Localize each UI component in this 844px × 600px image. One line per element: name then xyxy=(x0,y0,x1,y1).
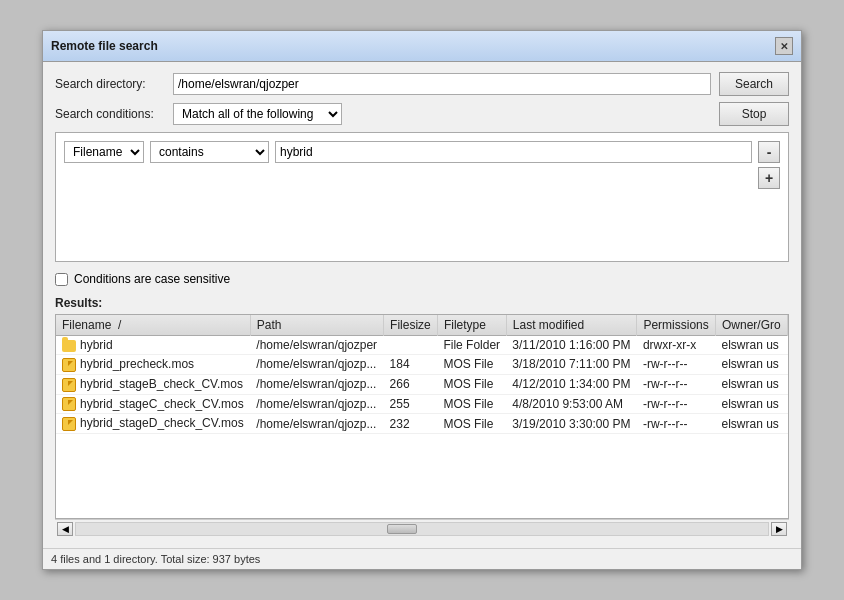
scroll-thumb[interactable] xyxy=(387,524,417,534)
search-button[interactable]: Search xyxy=(719,72,789,96)
cell-permissions: -rw-r--r-- xyxy=(637,394,716,414)
cell-filesize: 255 xyxy=(384,394,438,414)
cell-path: /home/elswran/qjozp... xyxy=(250,394,383,414)
table-row[interactable]: hybrid_stageD_check_CV.mos/home/elswran/… xyxy=(56,414,788,434)
horizontal-scrollbar[interactable]: ◀ ▶ xyxy=(55,519,789,538)
col-path: Path xyxy=(250,315,383,336)
cell-lastmodified: 3/19/2010 3:30:00 PM xyxy=(506,414,637,434)
col-lastmodified: Last modified xyxy=(506,315,637,336)
cell-owner: elswran us xyxy=(716,374,788,394)
cell-owner: elswran us xyxy=(716,394,788,414)
cell-filetype: MOS File xyxy=(437,414,506,434)
cell-filename: hybrid_precheck.mos xyxy=(56,355,250,375)
table-row[interactable]: hybrid/home/elswran/qjozperFile Folder3/… xyxy=(56,336,788,355)
folder-icon xyxy=(62,340,76,352)
table-row[interactable]: hybrid_stageC_check_CV.mos/home/elswran/… xyxy=(56,394,788,414)
cell-permissions: -rw-r--r-- xyxy=(637,414,716,434)
col-owner: Owner/Gro xyxy=(716,315,788,336)
cell-permissions: -rw-r--r-- xyxy=(637,355,716,375)
col-permissions: Permissions xyxy=(637,315,716,336)
cell-owner: elswran us xyxy=(716,414,788,434)
results-section: Results: Filename / Path Filesize Filety… xyxy=(55,296,789,538)
cell-owner: elswran us xyxy=(716,336,788,355)
remote-file-search-dialog: Remote file search ✕ Search directory: S… xyxy=(42,30,802,570)
case-sensitive-row: Conditions are case sensitive xyxy=(55,272,789,286)
cell-filesize xyxy=(384,336,438,355)
table-row[interactable]: hybrid_stageB_check_CV.mos/home/elswran/… xyxy=(56,374,788,394)
cell-path: /home/elswran/qjozper xyxy=(250,336,383,355)
close-button[interactable]: ✕ xyxy=(775,37,793,55)
cell-filetype: MOS File xyxy=(437,374,506,394)
cell-permissions: -rw-r--r-- xyxy=(637,374,716,394)
cell-filetype: MOS File xyxy=(437,355,506,375)
case-sensitive-label[interactable]: Conditions are case sensitive xyxy=(74,272,230,286)
cell-path: /home/elswran/qjozp... xyxy=(250,374,383,394)
mos-file-icon xyxy=(62,417,76,431)
cell-lastmodified: 3/18/2010 7:11:00 PM xyxy=(506,355,637,375)
directory-label: Search directory: xyxy=(55,77,165,91)
dialog-body: Search directory: Search Search conditio… xyxy=(43,62,801,548)
mos-file-icon xyxy=(62,358,76,372)
col-filename: Filename / xyxy=(56,315,250,336)
condition-field-dropdown[interactable]: Filename Path Filesize Filetype xyxy=(64,141,144,163)
cell-lastmodified: 4/8/2010 9:53:00 AM xyxy=(506,394,637,414)
cell-lastmodified: 4/12/2010 1:34:00 PM xyxy=(506,374,637,394)
table-row[interactable]: hybrid_precheck.mos/home/elswran/qjozp..… xyxy=(56,355,788,375)
cell-owner: elswran us xyxy=(716,355,788,375)
results-label: Results: xyxy=(55,296,789,310)
condition-row: Filename Path Filesize Filetype contains… xyxy=(64,141,780,163)
add-condition-button[interactable]: + xyxy=(758,167,780,189)
col-filetype: Filetype xyxy=(437,315,506,336)
dialog-title: Remote file search xyxy=(51,39,158,53)
cell-path: /home/elswran/qjozp... xyxy=(250,414,383,434)
add-condition-row: + xyxy=(64,167,780,189)
cell-filename: hybrid_stageD_check_CV.mos xyxy=(56,414,250,434)
results-table: Filename / Path Filesize Filetype Last m… xyxy=(56,315,788,434)
condition-operator-dropdown[interactable]: contains does not contain is starts with… xyxy=(150,141,269,163)
cell-lastmodified: 3/11/2010 1:16:00 PM xyxy=(506,336,637,355)
cell-filesize: 266 xyxy=(384,374,438,394)
conditions-dropdown[interactable]: Match all of the following Match any of … xyxy=(173,103,342,125)
cell-permissions: drwxr-xr-x xyxy=(637,336,716,355)
results-table-container[interactable]: Filename / Path Filesize Filetype Last m… xyxy=(55,314,789,519)
conditions-panel: Filename Path Filesize Filetype contains… xyxy=(55,132,789,262)
cell-filename: hybrid_stageC_check_CV.mos xyxy=(56,394,250,414)
case-sensitive-checkbox[interactable] xyxy=(55,273,68,286)
col-filesize: Filesize xyxy=(384,315,438,336)
condition-value-input[interactable] xyxy=(275,141,752,163)
cell-filename: hybrid_stageB_check_CV.mos xyxy=(56,374,250,394)
cell-filename: hybrid xyxy=(56,336,250,355)
cell-filetype: MOS File xyxy=(437,394,506,414)
directory-input[interactable] xyxy=(173,73,711,95)
title-bar: Remote file search ✕ xyxy=(43,31,801,62)
mos-file-icon xyxy=(62,397,76,411)
cell-filesize: 184 xyxy=(384,355,438,375)
scroll-left-button[interactable]: ◀ xyxy=(57,522,73,536)
scroll-track[interactable] xyxy=(75,522,769,536)
scroll-right-button[interactable]: ▶ xyxy=(771,522,787,536)
cell-filetype: File Folder xyxy=(437,336,506,355)
remove-condition-button[interactable]: - xyxy=(758,141,780,163)
status-text: 4 files and 1 directory. Total size: 937… xyxy=(51,553,260,565)
cell-filesize: 232 xyxy=(384,414,438,434)
mos-file-icon xyxy=(62,378,76,392)
status-bar: 4 files and 1 directory. Total size: 937… xyxy=(43,548,801,569)
search-directory-row: Search directory: Search xyxy=(55,72,789,96)
cell-path: /home/elswran/qjozp... xyxy=(250,355,383,375)
conditions-label: Search conditions: xyxy=(55,107,165,121)
stop-button[interactable]: Stop xyxy=(719,102,789,126)
search-conditions-row: Search conditions: Match all of the foll… xyxy=(55,102,789,126)
